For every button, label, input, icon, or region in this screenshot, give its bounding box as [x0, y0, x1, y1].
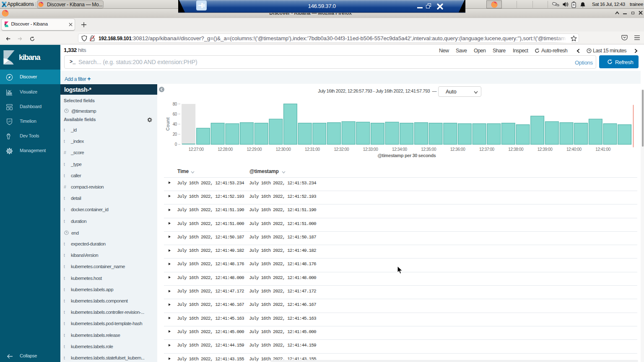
svg-text:12:28:00: 12:28:00: [218, 147, 233, 152]
svg-text:12:31:00: 12:31:00: [305, 147, 320, 152]
svg-text:12:33:00: 12:33:00: [363, 147, 379, 152]
svg-text:12:38:00: 12:38:00: [508, 147, 524, 152]
svg-text:20: 20: [173, 132, 177, 137]
svg-text:0: 0: [175, 142, 177, 147]
svg-text:12:32:00: 12:32:00: [334, 147, 349, 152]
svg-text:12:36:00: 12:36:00: [450, 147, 466, 152]
svg-text:12:27:00: 12:27:00: [189, 147, 204, 152]
svg-text:12:29:00: 12:29:00: [247, 147, 262, 152]
svg-text:12:35:00: 12:35:00: [421, 147, 436, 152]
svg-text:12:30:00: 12:30:00: [276, 147, 291, 152]
svg-text:12:41:00: 12:41:00: [595, 147, 611, 152]
svg-text:80: 80: [173, 102, 177, 106]
svg-text:40: 40: [173, 122, 177, 127]
svg-text:12:37:00: 12:37:00: [479, 147, 495, 152]
svg-text:12:40:00: 12:40:00: [566, 147, 582, 152]
svg-text:60: 60: [173, 112, 177, 116]
svg-text:Count: Count: [165, 117, 170, 131]
svg-text:12:34:00: 12:34:00: [392, 147, 408, 152]
svg-text:@timestamp per 30 seconds: @timestamp per 30 seconds: [378, 153, 436, 158]
svg-text:12:39:00: 12:39:00: [538, 147, 553, 152]
